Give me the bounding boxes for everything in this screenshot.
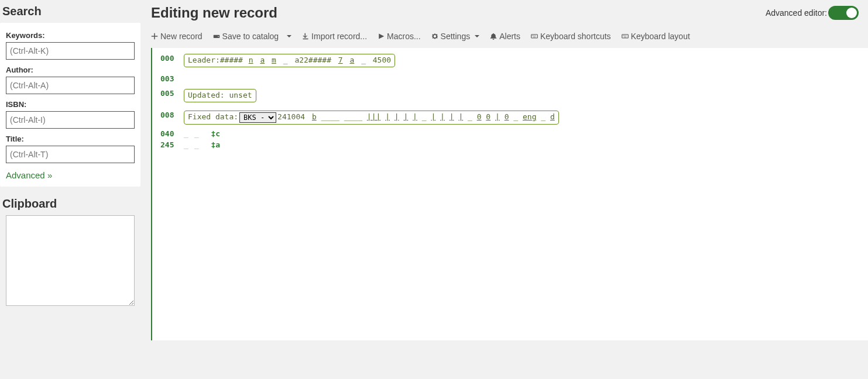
- marc-line-003[interactable]: 003: [160, 74, 860, 84]
- save-catalog-label: Save to catalog: [222, 32, 279, 41]
- fx-3[interactable]: |||: [367, 112, 380, 121]
- sidebar: Search Keywords: Author: ISBN: Title: Ad…: [0, 0, 140, 379]
- svg-rect-3: [532, 36, 533, 36]
- title-input[interactable]: [6, 146, 135, 163]
- svg-rect-2: [531, 35, 538, 38]
- sf-040-c[interactable]: ‡c: [211, 129, 220, 139]
- svg-rect-11: [623, 37, 626, 37]
- fx-17[interactable]: 0: [505, 112, 509, 121]
- ind-245[interactable]: _ _: [184, 140, 199, 150]
- fx-19[interactable]: eng: [523, 112, 536, 121]
- ldr-p0[interactable]: n: [249, 56, 253, 66]
- layout-label: Keyboard layout: [631, 32, 690, 41]
- play-icon: [378, 33, 385, 40]
- marc-line-005[interactable]: 005 Updated: unset: [160, 89, 860, 102]
- toolbar: New record Save to catalog Import record…: [140, 23, 868, 48]
- ldr-p8: 4500: [373, 56, 391, 66]
- fx-16[interactable]: |: [495, 112, 500, 121]
- tag-040: 040: [160, 129, 177, 139]
- tag-005: 005: [160, 89, 177, 99]
- tag-245: 245: [160, 140, 177, 150]
- fixed-data-widget[interactable]: Fixed data: BKS - 241004 b ____ ____ |||…: [184, 111, 559, 125]
- ldr-p4: a22#####: [294, 56, 331, 66]
- updated-text: Updated: unset: [188, 91, 252, 101]
- advanced-search-link[interactable]: Advanced »: [6, 170, 52, 180]
- bell-icon: [490, 33, 497, 40]
- svg-rect-8: [623, 36, 624, 36]
- author-input[interactable]: [6, 77, 135, 94]
- fx-18[interactable]: _: [513, 112, 518, 121]
- advanced-editor-toggle[interactable]: [828, 6, 859, 20]
- gear-icon: [431, 33, 438, 40]
- clipboard-textarea[interactable]: [6, 215, 135, 306]
- ind-040[interactable]: _ _: [184, 129, 199, 139]
- shortcuts-button[interactable]: Keyboard shortcuts: [531, 32, 611, 41]
- download-icon: [302, 33, 309, 40]
- marc-line-245[interactable]: 245 _ _ ‡a: [160, 140, 860, 150]
- fx-13[interactable]: _: [468, 112, 472, 121]
- page-title: Editing new record: [151, 5, 766, 21]
- leader-widget[interactable]: Leader:##### n a m _ a22##### 7 a _ 4500: [184, 54, 395, 67]
- fx-21[interactable]: d: [550, 112, 555, 121]
- advanced-editor-label: Advanced editor:: [766, 8, 827, 18]
- fx-9[interactable]: |: [431, 112, 435, 121]
- fx-11[interactable]: |: [450, 112, 454, 121]
- save-dropdown-caret[interactable]: [284, 32, 291, 41]
- new-record-button[interactable]: New record: [151, 32, 203, 41]
- leader-prefix: Leader:#####: [188, 56, 248, 66]
- fx-0[interactable]: b: [312, 112, 317, 121]
- svg-point-1: [218, 36, 219, 37]
- layout-button[interactable]: Keyboard layout: [622, 32, 690, 41]
- fx-10[interactable]: |: [440, 112, 445, 121]
- svg-rect-10: [625, 36, 626, 36]
- marc-line-040[interactable]: 040 _ _ ‡c: [160, 129, 860, 139]
- ldr-p7: _: [361, 56, 366, 66]
- fixed-date: 241004: [277, 112, 305, 122]
- ldr-p2[interactable]: m: [272, 56, 276, 66]
- hdd-icon: [213, 33, 220, 40]
- tag-000: 000: [160, 54, 177, 64]
- isbn-input[interactable]: [6, 111, 135, 129]
- fx-8[interactable]: _: [422, 112, 427, 121]
- fx-15[interactable]: 0: [486, 112, 490, 121]
- main-area: Editing new record Advanced editor: New …: [140, 0, 868, 379]
- ldr-p6[interactable]: a: [349, 56, 354, 66]
- fx-2[interactable]: ____: [344, 112, 362, 121]
- fx-5[interactable]: |: [394, 112, 399, 121]
- svg-rect-6: [533, 37, 536, 37]
- search-heading: Search: [0, 0, 140, 23]
- sf-245-a[interactable]: ‡a: [211, 140, 220, 150]
- svg-rect-5: [535, 36, 536, 36]
- save-catalog-button[interactable]: Save to catalog: [213, 32, 279, 41]
- fx-14[interactable]: 0: [477, 112, 482, 121]
- marc-line-000[interactable]: 000 Leader:##### n a m _ a22##### 7 a _ …: [160, 54, 860, 67]
- updated-widget[interactable]: Updated: unset: [184, 89, 256, 102]
- alerts-label: Alerts: [499, 32, 520, 41]
- svg-rect-7: [622, 35, 628, 38]
- topbar: Editing new record Advanced editor:: [140, 0, 868, 23]
- fx-4[interactable]: |: [385, 112, 390, 121]
- ldr-p5[interactable]: 7: [338, 56, 343, 66]
- marc-line-008[interactable]: 008 Fixed data: BKS - 241004 b ____ ____…: [160, 111, 860, 125]
- macros-button[interactable]: Macros...: [378, 32, 421, 41]
- fixed-prefix: Fixed data:: [188, 112, 238, 122]
- fx-1[interactable]: ____: [321, 112, 339, 121]
- settings-button[interactable]: Settings: [431, 32, 480, 41]
- keywords-label: Keywords:: [6, 31, 135, 40]
- plus-icon: [151, 33, 158, 40]
- material-type-select[interactable]: BKS -: [239, 112, 276, 123]
- alerts-button[interactable]: Alerts: [490, 32, 520, 41]
- settings-label: Settings: [441, 32, 471, 41]
- keywords-input[interactable]: [6, 42, 135, 60]
- marc-editor[interactable]: 000 Leader:##### n a m _ a22##### 7 a _ …: [151, 48, 868, 340]
- fx-6[interactable]: |: [403, 112, 408, 121]
- fx-7[interactable]: |: [413, 112, 417, 121]
- ldr-p1[interactable]: a: [260, 56, 265, 66]
- shortcuts-label: Keyboard shortcuts: [540, 32, 611, 41]
- fx-12[interactable]: |: [458, 112, 463, 121]
- ldr-p3: _: [283, 56, 288, 66]
- keyboard-icon: [531, 33, 538, 40]
- fx-20[interactable]: _: [541, 112, 545, 121]
- import-record-button[interactable]: Import record...: [302, 32, 367, 41]
- author-label: Author:: [6, 66, 135, 74]
